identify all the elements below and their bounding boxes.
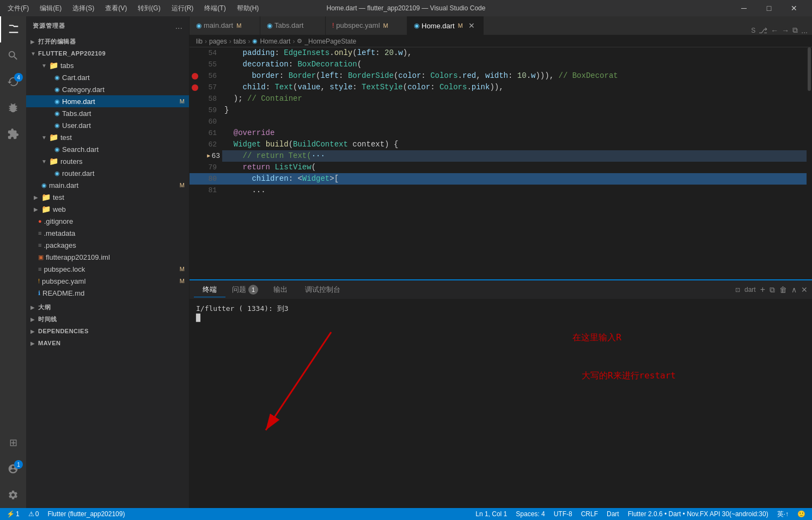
search-dart-item[interactable]: ◉ Search.dart xyxy=(26,143,189,155)
minimize-button[interactable]: ─ xyxy=(731,0,756,16)
router-dart-label: router.dart xyxy=(62,169,94,178)
activity-item-git[interactable]: 4 xyxy=(0,69,26,95)
menu-run[interactable]: 运行(R) xyxy=(169,4,196,13)
activity-item-search[interactable] xyxy=(0,42,26,69)
status-eol[interactable]: CRLF xyxy=(579,510,600,518)
tabs-dart-item[interactable]: ◉ Tabs.dart xyxy=(26,107,189,119)
menu-file[interactable]: 文件(F) xyxy=(5,4,31,13)
dart-file-icon7: ◉ xyxy=(54,170,60,177)
terminal-close-button[interactable]: ✕ xyxy=(801,285,808,294)
terminal-split-button[interactable]: ⧉ xyxy=(770,285,775,295)
status-encoding[interactable]: UTF-8 xyxy=(552,510,575,518)
category-dart-item[interactable]: ◉ Category.dart xyxy=(26,83,189,95)
maximize-button[interactable]: □ xyxy=(756,0,782,16)
home-dart-tab-close[interactable]: ✕ xyxy=(468,21,475,30)
breadcrumb-lib[interactable]: lib xyxy=(196,38,203,45)
red-arrow xyxy=(233,321,396,457)
activity-item-remote[interactable]: ⊞ xyxy=(0,430,26,456)
maven-section[interactable]: ▶ MAVEN xyxy=(26,337,189,349)
pubspec-yaml-item[interactable]: ! pubspec.yaml M xyxy=(26,275,189,287)
breadcrumb-sep3: › xyxy=(248,38,250,45)
status-flutter[interactable]: Flutter (flutter_app202109) xyxy=(45,510,127,518)
user-dart-item[interactable]: ◉ User.dart xyxy=(26,119,189,131)
dart-file-icon4: ◉ xyxy=(54,110,60,117)
packages-item[interactable]: ≡ .packages xyxy=(26,239,189,251)
menu-terminal[interactable]: 终端(T) xyxy=(202,4,228,13)
main-dart-item[interactable]: ◉ main.dart M xyxy=(26,179,189,191)
breadcrumb-tabs[interactable]: tabs xyxy=(234,38,246,45)
pubspec-yaml-tab-label: pubspec.yaml xyxy=(336,21,380,29)
gitignore-item[interactable]: ● .gitignore xyxy=(26,215,189,227)
terminal-up-button[interactable]: ∧ xyxy=(791,285,797,294)
main-dart-tab[interactable]: ◉ main.dart M xyxy=(190,16,260,35)
tab-action-go-left[interactable]: ← xyxy=(771,26,778,35)
activity-item-debug[interactable] xyxy=(0,95,26,121)
status-spaces[interactable]: Spaces: 4 xyxy=(514,510,547,518)
status-errors[interactable]: ⚡ 1 xyxy=(4,510,22,518)
terminal-tab-output[interactable]: 输出 xyxy=(265,283,296,297)
test-folder2-item[interactable]: ▶ 📁 test xyxy=(26,191,189,203)
tab-action-s[interactable]: S xyxy=(751,27,755,34)
tab-action-more[interactable]: ... xyxy=(801,26,808,35)
routers-folder-item[interactable]: ▼ 📁 routers xyxy=(26,155,189,167)
pubspec-lock-item[interactable]: ≡ pubspec.lock M xyxy=(26,263,189,275)
tab-action-split[interactable]: ⧉ xyxy=(792,26,798,35)
timeline-section[interactable]: ▶ 时间线 xyxy=(26,313,189,325)
terminal-content[interactable]: I/flutter ( 1334): 到3 █ 在这里输入R 大写的R来进行re… xyxy=(190,299,812,508)
menu-view[interactable]: 查看(V) xyxy=(103,4,129,13)
status-bar: ⚡ 1 ⚠ 0 Flutter (flutter_app202109) Ln 1… xyxy=(0,508,812,520)
menu-edit[interactable]: 编辑(E) xyxy=(38,4,64,13)
terminal-add-button[interactable]: + xyxy=(760,285,765,295)
terminal-trash-button[interactable]: 🗑 xyxy=(779,285,787,294)
status-emoji[interactable]: 🙂 xyxy=(795,510,808,518)
cart-dart-item[interactable]: ◉ Cart.dart xyxy=(26,71,189,83)
status-flutter-version[interactable]: Flutter 2.0.6 • Dart • Nov.FX API 30(~an… xyxy=(626,510,771,518)
iml-item[interactable]: ▣ flutterapp202109.iml xyxy=(26,251,189,263)
home-dart-tab-label: Home.dart xyxy=(422,22,455,30)
line-num-62: 62 xyxy=(190,139,222,150)
home-dart-tab[interactable]: ◉ Home.dart M ✕ xyxy=(407,16,484,35)
status-ime[interactable]: 英·↑ xyxy=(775,510,791,519)
sidebar-dots-button[interactable]: ... xyxy=(175,21,182,31)
open-editors-section[interactable]: ▶ 打开的编辑器 xyxy=(26,35,189,47)
tabs-dart-label: Tabs.dart xyxy=(62,109,91,118)
line-num-57: 57 xyxy=(190,82,222,93)
menu-select[interactable]: 选择(S) xyxy=(70,4,96,13)
dependencies-section[interactable]: ▶ DEPENDENCIES xyxy=(26,325,189,337)
activity-item-extensions[interactable] xyxy=(0,121,26,147)
terminal-tab-terminal[interactable]: 终端 xyxy=(194,283,225,297)
category-dart-label: Category.dart xyxy=(62,85,105,94)
terminal-tab-debug[interactable]: 调试控制台 xyxy=(296,283,349,297)
tabs-dart-tab[interactable]: ◉ Tabs.dart xyxy=(260,16,326,35)
readme-item[interactable]: ℹ README.md xyxy=(26,287,189,299)
tab-action-branch[interactable]: ⎇ xyxy=(759,26,767,35)
line-num-80: 80 xyxy=(190,173,222,185)
tabs-folder-item[interactable]: ▼ 📁 tabs xyxy=(26,59,189,71)
web-folder-item[interactable]: ▶ 📁 web xyxy=(26,203,189,215)
menu-goto[interactable]: 转到(G) xyxy=(136,4,162,13)
outline-section[interactable]: ▶ 大纲 xyxy=(26,301,189,313)
activity-item-explorer[interactable] xyxy=(0,16,26,42)
test-folder-label: test xyxy=(60,133,72,142)
router-dart-item[interactable]: ◉ router.dart xyxy=(26,167,189,179)
status-lang[interactable]: Dart xyxy=(605,510,621,518)
close-button[interactable]: ✕ xyxy=(782,0,807,16)
code-content[interactable]: padding: EdgeInsets.only(left: 20.w), de… xyxy=(222,47,807,279)
terminal-tab-problems[interactable]: 问题 1 xyxy=(225,283,265,297)
tab-action-go-right[interactable]: → xyxy=(782,26,789,35)
status-ln-col[interactable]: Ln 1, Col 1 xyxy=(473,510,509,518)
project-section-header[interactable]: ▼ FLUTTER_APP202109 xyxy=(26,47,189,59)
metadata-item[interactable]: ≡ .metadata xyxy=(26,227,189,239)
breadcrumb-class[interactable]: _HomePageState xyxy=(304,38,356,45)
activity-item-settings[interactable] xyxy=(0,482,26,508)
editor-scrollbar[interactable] xyxy=(807,47,812,279)
menu-help[interactable]: 帮助(H) xyxy=(235,4,261,13)
web-folder-icon: 📁 xyxy=(41,205,51,213)
status-warnings[interactable]: ⚠ 0 xyxy=(26,510,41,518)
breadcrumb-pages[interactable]: pages xyxy=(209,38,227,45)
test-folder-item[interactable]: ▼ 📁 test xyxy=(26,131,189,143)
home-dart-item[interactable]: ◉ Home.dart M xyxy=(26,95,189,107)
pubspec-yaml-tab[interactable]: ! pubspec.yaml M xyxy=(326,16,407,35)
activity-item-accounts[interactable]: 1 xyxy=(0,456,26,482)
breadcrumb-homedart[interactable]: Home.dart xyxy=(260,38,290,45)
